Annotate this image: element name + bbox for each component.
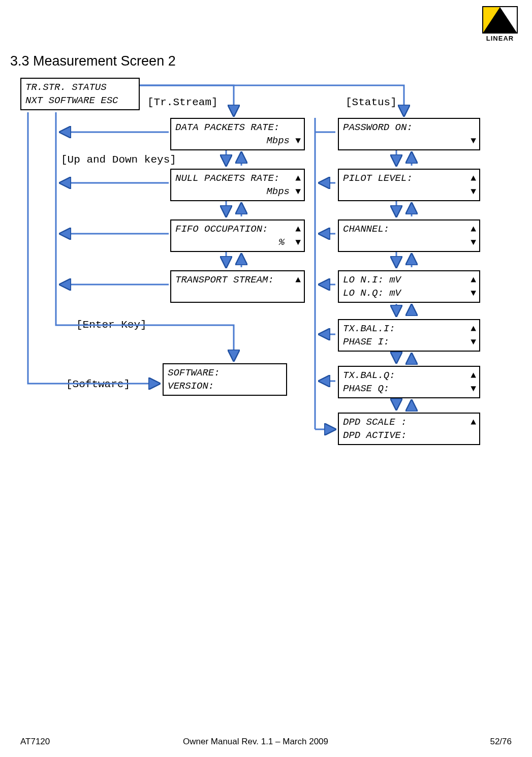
label-enter: [Enter Key] [76,319,147,331]
box-software: SOFTWARE: VERSION: [163,363,287,396]
line1: CHANNEL: [343,223,475,236]
up-arrow-icon: ▲ [295,223,301,236]
line1: TX.BAL.Q: [343,369,475,382]
box-txbal-q: TX.BAL.Q: PHASE Q: ▲ ▼ [338,366,480,398]
up-arrow-icon: ▲ [471,273,476,287]
down-arrow-icon: ▼ [471,287,476,300]
line2: Mbps [175,185,300,198]
down-arrow-icon: ▼ [471,335,476,349]
menu-row1: TR.STR. STATUS [25,81,135,94]
label-status: [Status] [346,97,397,108]
line2: VERSION: [168,380,282,393]
up-arrow-icon: ▲ [295,172,301,185]
up-arrow-icon: ▲ [295,273,301,287]
line1: TX.BAL.I: [343,322,475,335]
box-channel: CHANNEL: ▲ ▼ [338,219,480,252]
up-arrow-icon: ▲ [471,322,476,335]
linear-logo: LINEAR [482,6,518,42]
logo-text: LINEAR [482,35,518,42]
footer-left: AT7120 [20,737,50,747]
box-dpd: DPD SCALE : DPD ACTIVE: ▲ [338,413,480,445]
down-arrow-icon: ▼ [471,236,476,249]
down-arrow-icon: ▼ [471,185,476,198]
down-arrow-icon: ▼ [471,134,476,147]
down-arrow-icon: ▼ [295,134,301,147]
line2: Mbps [175,134,300,147]
up-arrow-icon: ▲ [471,369,476,382]
box-lo: LO N.I: mV LO N.Q: mV ▲ ▼ [338,270,480,303]
up-arrow-icon: ▲ [471,416,476,429]
label-tr-stream: [Tr.Stream] [147,97,218,108]
line1: DPD SCALE : [343,416,475,429]
line1: SOFTWARE: [168,366,282,380]
box-txbal-i: TX.BAL.I: PHASE I: ▲ ▼ [338,319,480,352]
box-pilot: PILOT LEVEL: ▲ ▼ [338,169,480,201]
section-heading: 3.3 Measurement Screen 2 [10,53,176,69]
label-software: [Software] [66,378,130,390]
box-transport: TRANSPORT STREAM: ▲ [170,270,305,303]
line2: % [175,236,300,249]
up-arrow-icon: ▲ [471,223,476,236]
line2: DPD ACTIVE: [343,429,475,442]
footer-center: Owner Manual Rev. 1.1 – March 2009 [183,737,328,747]
page: LINEAR 3.3 Measurement Screen 2 TR.STR. … [0,0,532,757]
line2: LO N.Q: mV [343,287,475,300]
box-password: PASSWORD ON: ▼ [338,118,480,150]
box-fifo: FIFO OCCUPATION: % ▲ ▼ [170,219,305,252]
line2: PHASE I: [343,335,475,349]
down-arrow-icon: ▼ [295,236,301,249]
line2: PHASE Q: [343,382,475,395]
line1: PASSWORD ON: [343,121,475,134]
line1: PILOT LEVEL: [343,172,475,185]
label-up-down: [Up and Down keys] [61,154,176,166]
box-data-packets: DATA PACKETS RATE: Mbps ▼ [170,118,305,150]
line1: TRANSPORT STREAM: [175,273,300,287]
footer-right: 52/76 [490,737,512,747]
down-arrow-icon: ▼ [295,185,301,198]
line1: LO N.I: mV [343,273,475,287]
line1: NULL PACKETS RATE: [175,172,300,185]
up-arrow-icon: ▲ [471,172,476,185]
line1: DATA PACKETS RATE: [175,121,300,134]
down-arrow-icon: ▼ [471,382,476,395]
line1: FIFO OCCUPATION: [175,223,300,236]
box-null-packets: NULL PACKETS RATE: Mbps ▲ ▼ [170,169,305,201]
menu-box: TR.STR. STATUS NXT SOFTWARE ESC [20,78,140,110]
menu-row2: NXT SOFTWARE ESC [25,94,135,107]
